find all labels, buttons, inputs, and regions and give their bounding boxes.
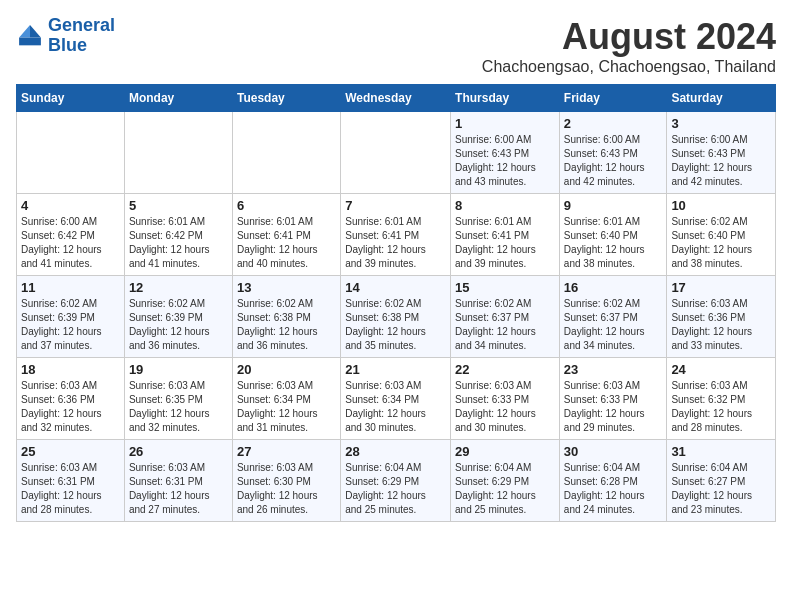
day-cell: 9Sunrise: 6:01 AM Sunset: 6:40 PM Daylig… bbox=[559, 194, 667, 276]
title-block: August 2024 Chachoengsao, Chachoengsao, … bbox=[482, 16, 776, 76]
day-cell: 8Sunrise: 6:01 AM Sunset: 6:41 PM Daylig… bbox=[451, 194, 560, 276]
day-info: Sunrise: 6:00 AM Sunset: 6:43 PM Dayligh… bbox=[564, 133, 663, 189]
day-cell: 12Sunrise: 6:02 AM Sunset: 6:39 PM Dayli… bbox=[124, 276, 232, 358]
page-title: August 2024 bbox=[482, 16, 776, 58]
day-cell: 27Sunrise: 6:03 AM Sunset: 6:30 PM Dayli… bbox=[232, 440, 340, 522]
day-info: Sunrise: 6:02 AM Sunset: 6:40 PM Dayligh… bbox=[671, 215, 771, 271]
day-cell: 18Sunrise: 6:03 AM Sunset: 6:36 PM Dayli… bbox=[17, 358, 125, 440]
day-number: 17 bbox=[671, 280, 771, 295]
day-info: Sunrise: 6:02 AM Sunset: 6:38 PM Dayligh… bbox=[345, 297, 446, 353]
day-number: 10 bbox=[671, 198, 771, 213]
day-info: Sunrise: 6:00 AM Sunset: 6:43 PM Dayligh… bbox=[455, 133, 555, 189]
day-number: 21 bbox=[345, 362, 446, 377]
day-info: Sunrise: 6:04 AM Sunset: 6:29 PM Dayligh… bbox=[345, 461, 446, 517]
day-info: Sunrise: 6:03 AM Sunset: 6:34 PM Dayligh… bbox=[345, 379, 446, 435]
calendar-header: SundayMondayTuesdayWednesdayThursdayFrid… bbox=[17, 85, 776, 112]
day-number: 3 bbox=[671, 116, 771, 131]
day-cell: 4Sunrise: 6:00 AM Sunset: 6:42 PM Daylig… bbox=[17, 194, 125, 276]
header-sunday: Sunday bbox=[17, 85, 125, 112]
day-cell: 6Sunrise: 6:01 AM Sunset: 6:41 PM Daylig… bbox=[232, 194, 340, 276]
day-number: 5 bbox=[129, 198, 228, 213]
day-cell: 28Sunrise: 6:04 AM Sunset: 6:29 PM Dayli… bbox=[341, 440, 451, 522]
day-number: 14 bbox=[345, 280, 446, 295]
week-row-3: 18Sunrise: 6:03 AM Sunset: 6:36 PM Dayli… bbox=[17, 358, 776, 440]
header-monday: Monday bbox=[124, 85, 232, 112]
day-number: 1 bbox=[455, 116, 555, 131]
day-info: Sunrise: 6:01 AM Sunset: 6:41 PM Dayligh… bbox=[455, 215, 555, 271]
day-cell: 30Sunrise: 6:04 AM Sunset: 6:28 PM Dayli… bbox=[559, 440, 667, 522]
day-number: 15 bbox=[455, 280, 555, 295]
header-friday: Friday bbox=[559, 85, 667, 112]
day-number: 6 bbox=[237, 198, 336, 213]
svg-rect-3 bbox=[19, 37, 41, 45]
day-cell bbox=[124, 112, 232, 194]
page-header: General Blue August 2024 Chachoengsao, C… bbox=[16, 16, 776, 76]
logo-line1: General bbox=[48, 15, 115, 35]
day-info: Sunrise: 6:02 AM Sunset: 6:37 PM Dayligh… bbox=[455, 297, 555, 353]
day-number: 30 bbox=[564, 444, 663, 459]
header-thursday: Thursday bbox=[451, 85, 560, 112]
day-cell: 2Sunrise: 6:00 AM Sunset: 6:43 PM Daylig… bbox=[559, 112, 667, 194]
day-info: Sunrise: 6:03 AM Sunset: 6:36 PM Dayligh… bbox=[21, 379, 120, 435]
day-cell: 7Sunrise: 6:01 AM Sunset: 6:41 PM Daylig… bbox=[341, 194, 451, 276]
day-info: Sunrise: 6:03 AM Sunset: 6:34 PM Dayligh… bbox=[237, 379, 336, 435]
day-number: 2 bbox=[564, 116, 663, 131]
header-saturday: Saturday bbox=[667, 85, 776, 112]
day-info: Sunrise: 6:01 AM Sunset: 6:41 PM Dayligh… bbox=[237, 215, 336, 271]
day-number: 24 bbox=[671, 362, 771, 377]
day-number: 29 bbox=[455, 444, 555, 459]
day-number: 11 bbox=[21, 280, 120, 295]
day-cell: 20Sunrise: 6:03 AM Sunset: 6:34 PM Dayli… bbox=[232, 358, 340, 440]
logo: General Blue bbox=[16, 16, 115, 56]
day-number: 9 bbox=[564, 198, 663, 213]
day-number: 19 bbox=[129, 362, 228, 377]
day-cell: 31Sunrise: 6:04 AM Sunset: 6:27 PM Dayli… bbox=[667, 440, 776, 522]
day-cell: 3Sunrise: 6:00 AM Sunset: 6:43 PM Daylig… bbox=[667, 112, 776, 194]
day-number: 28 bbox=[345, 444, 446, 459]
day-cell bbox=[341, 112, 451, 194]
day-info: Sunrise: 6:02 AM Sunset: 6:37 PM Dayligh… bbox=[564, 297, 663, 353]
day-info: Sunrise: 6:03 AM Sunset: 6:30 PM Dayligh… bbox=[237, 461, 336, 517]
day-info: Sunrise: 6:03 AM Sunset: 6:31 PM Dayligh… bbox=[129, 461, 228, 517]
svg-marker-2 bbox=[19, 25, 30, 37]
day-cell: 5Sunrise: 6:01 AM Sunset: 6:42 PM Daylig… bbox=[124, 194, 232, 276]
day-info: Sunrise: 6:04 AM Sunset: 6:28 PM Dayligh… bbox=[564, 461, 663, 517]
day-cell: 15Sunrise: 6:02 AM Sunset: 6:37 PM Dayli… bbox=[451, 276, 560, 358]
svg-marker-1 bbox=[30, 25, 41, 37]
day-number: 13 bbox=[237, 280, 336, 295]
day-cell: 16Sunrise: 6:02 AM Sunset: 6:37 PM Dayli… bbox=[559, 276, 667, 358]
week-row-1: 4Sunrise: 6:00 AM Sunset: 6:42 PM Daylig… bbox=[17, 194, 776, 276]
day-cell: 24Sunrise: 6:03 AM Sunset: 6:32 PM Dayli… bbox=[667, 358, 776, 440]
logo-icon bbox=[16, 22, 44, 50]
day-cell: 19Sunrise: 6:03 AM Sunset: 6:35 PM Dayli… bbox=[124, 358, 232, 440]
day-cell: 14Sunrise: 6:02 AM Sunset: 6:38 PM Dayli… bbox=[341, 276, 451, 358]
day-info: Sunrise: 6:01 AM Sunset: 6:41 PM Dayligh… bbox=[345, 215, 446, 271]
logo-text: General Blue bbox=[48, 16, 115, 56]
day-info: Sunrise: 6:02 AM Sunset: 6:39 PM Dayligh… bbox=[21, 297, 120, 353]
header-wednesday: Wednesday bbox=[341, 85, 451, 112]
day-info: Sunrise: 6:03 AM Sunset: 6:31 PM Dayligh… bbox=[21, 461, 120, 517]
day-info: Sunrise: 6:03 AM Sunset: 6:33 PM Dayligh… bbox=[455, 379, 555, 435]
day-number: 7 bbox=[345, 198, 446, 213]
day-cell: 22Sunrise: 6:03 AM Sunset: 6:33 PM Dayli… bbox=[451, 358, 560, 440]
day-info: Sunrise: 6:04 AM Sunset: 6:27 PM Dayligh… bbox=[671, 461, 771, 517]
week-row-4: 25Sunrise: 6:03 AM Sunset: 6:31 PM Dayli… bbox=[17, 440, 776, 522]
day-number: 23 bbox=[564, 362, 663, 377]
day-cell: 25Sunrise: 6:03 AM Sunset: 6:31 PM Dayli… bbox=[17, 440, 125, 522]
header-row: SundayMondayTuesdayWednesdayThursdayFrid… bbox=[17, 85, 776, 112]
week-row-0: 1Sunrise: 6:00 AM Sunset: 6:43 PM Daylig… bbox=[17, 112, 776, 194]
day-info: Sunrise: 6:04 AM Sunset: 6:29 PM Dayligh… bbox=[455, 461, 555, 517]
day-number: 16 bbox=[564, 280, 663, 295]
day-number: 27 bbox=[237, 444, 336, 459]
day-cell: 26Sunrise: 6:03 AM Sunset: 6:31 PM Dayli… bbox=[124, 440, 232, 522]
day-cell: 10Sunrise: 6:02 AM Sunset: 6:40 PM Dayli… bbox=[667, 194, 776, 276]
week-row-2: 11Sunrise: 6:02 AM Sunset: 6:39 PM Dayli… bbox=[17, 276, 776, 358]
day-cell bbox=[17, 112, 125, 194]
day-number: 12 bbox=[129, 280, 228, 295]
day-cell: 29Sunrise: 6:04 AM Sunset: 6:29 PM Dayli… bbox=[451, 440, 560, 522]
day-info: Sunrise: 6:01 AM Sunset: 6:40 PM Dayligh… bbox=[564, 215, 663, 271]
day-cell: 23Sunrise: 6:03 AM Sunset: 6:33 PM Dayli… bbox=[559, 358, 667, 440]
day-cell: 13Sunrise: 6:02 AM Sunset: 6:38 PM Dayli… bbox=[232, 276, 340, 358]
day-info: Sunrise: 6:01 AM Sunset: 6:42 PM Dayligh… bbox=[129, 215, 228, 271]
day-cell: 11Sunrise: 6:02 AM Sunset: 6:39 PM Dayli… bbox=[17, 276, 125, 358]
